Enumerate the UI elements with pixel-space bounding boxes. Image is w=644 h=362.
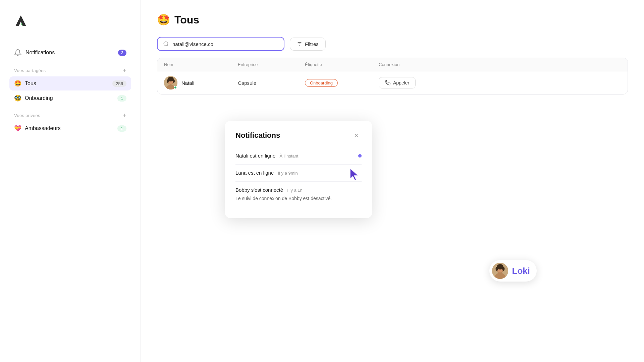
shared-views-section-header: Vues partagées + [9, 61, 131, 76]
ambassadeurs-label: Ambassadeurs [25, 125, 117, 131]
private-views-label: Vues privées [14, 113, 40, 118]
call-label: Appeler [393, 80, 409, 85]
page-emoji: 🤩 [157, 13, 170, 26]
notif-time-2: Il y a 9min [278, 171, 298, 176]
search-box[interactable] [157, 37, 284, 51]
ambassadeurs-badge: 1 [117, 125, 126, 132]
notifications-panel-title: Notifications [235, 131, 280, 140]
notif-text-group-3: Bobby s'est connecté Il y a 1h Le suivi … [235, 187, 332, 202]
tag-cell: Onboarding [305, 79, 379, 87]
table-header: Nom Entreprise Étiquette Connexion [157, 58, 628, 71]
notifications-panel-header: Notifications × [235, 130, 362, 141]
notif-item-row-3: Bobby s'est connecté Il y a 1h Le suivi … [235, 187, 362, 202]
logo-area [9, 13, 131, 29]
tous-badge: 256 [112, 80, 126, 87]
notif-item-row: Natali est en ligne À l'instant [235, 153, 362, 159]
sidebar-item-tous[interactable]: 🤩 Tous 256 [9, 76, 131, 90]
shared-views-label: Vues partagées [14, 68, 46, 73]
svg-point-0 [164, 42, 168, 46]
add-shared-view-button[interactable]: + [122, 67, 126, 74]
close-icon: × [354, 132, 358, 139]
ambassadeurs-emoji: 💝 [14, 125, 21, 132]
svg-point-9 [167, 79, 169, 83]
search-filter-row: Filtres [157, 37, 628, 51]
col-connexion: Connexion [379, 62, 621, 67]
tous-emoji: 🤩 [14, 80, 21, 87]
onboarding-badge: 1 [117, 95, 126, 102]
unread-dot-1 [358, 154, 362, 158]
sidebar-item-onboarding[interactable]: 🥸 Onboarding 1 [9, 91, 131, 105]
tous-label: Tous [25, 80, 112, 86]
svg-point-10 [173, 79, 175, 83]
call-button[interactable]: Appeler [379, 77, 416, 88]
col-entreprise: Entreprise [238, 62, 305, 67]
filter-icon [297, 41, 302, 47]
notif-main-text-2: Lana est en ligne Il y a 9min [235, 170, 298, 176]
private-views-section-header: Vues privées + [9, 106, 131, 121]
onboarding-emoji: 🥸 [14, 95, 21, 102]
notification-item-1[interactable]: Natali est en ligne À l'instant [235, 147, 362, 165]
loki-bubble: Loki [489, 260, 537, 282]
notif-text-group-2: Lana est en ligne Il y a 9min [235, 170, 298, 176]
col-etiquette: Étiquette [305, 62, 379, 67]
phone-icon [385, 80, 390, 85]
loki-name: Loki [512, 266, 530, 276]
notification-item-2[interactable]: Lana est en ligne Il y a 9min [235, 165, 362, 182]
loki-avatar [492, 263, 508, 279]
notification-item-3[interactable]: Bobby s'est connecté Il y a 1h Le suivi … [235, 182, 362, 207]
notif-main-text-1: Natali est en ligne À l'instant [235, 153, 298, 159]
add-private-view-button[interactable]: + [122, 112, 126, 119]
main-content: 🤩 Tous Filtres Nom Entreprise Étiquette … [141, 0, 644, 362]
search-icon [163, 41, 169, 47]
notif-text-group: Natali est en ligne À l'instant [235, 153, 298, 159]
notifications-close-button[interactable]: × [351, 130, 362, 141]
notif-main-text-3: Bobby s'est connecté Il y a 1h [235, 187, 303, 193]
col-nom: Nom [164, 62, 238, 67]
contact-name-cell: Natali [164, 76, 238, 89]
notifications-panel: Notifications × Natali est en ligne À l'… [225, 121, 372, 218]
onboarding-label: Onboarding [25, 95, 117, 101]
company-cell: Capsule [238, 80, 305, 86]
search-input[interactable] [172, 41, 278, 47]
loki-avatar-face [492, 263, 508, 279]
app-logo [13, 13, 29, 29]
sidebar: Notifications 2 Vues partagées + 🤩 Tous … [0, 0, 141, 362]
notif-time-3: Il y a 1h [287, 188, 303, 193]
bell-icon [14, 49, 21, 56]
notifications-badge: 2 [118, 50, 126, 56]
notifications-label: Notifications [25, 50, 118, 56]
sidebar-item-ambassadeurs[interactable]: 💝 Ambassadeurs 1 [9, 121, 131, 135]
table-row: Natali Capsule Onboarding Appeler [157, 71, 628, 94]
svg-point-17 [495, 267, 498, 271]
page-title: Tous [174, 14, 199, 26]
contact-name: Natali [181, 80, 194, 86]
onboarding-tag: Onboarding [305, 79, 338, 87]
action-cell: Appeler [379, 77, 621, 88]
sidebar-item-notifications[interactable]: Notifications 2 [9, 46, 131, 60]
svg-point-18 [502, 267, 504, 271]
notif-sub-text-3: Le suivi de connexion de Bobby est désac… [235, 195, 332, 202]
avatar-wrapper [164, 76, 177, 89]
online-status-dot [174, 86, 177, 89]
page-title-row: 🤩 Tous [157, 13, 628, 26]
notif-item-row-2: Lana est en ligne Il y a 9min [235, 170, 362, 176]
filter-button[interactable]: Filtres [290, 38, 326, 51]
notif-time-1: À l'instant [279, 154, 298, 159]
contacts-table: Nom Entreprise Étiquette Connexion [157, 58, 628, 95]
filter-label: Filtres [305, 41, 319, 47]
